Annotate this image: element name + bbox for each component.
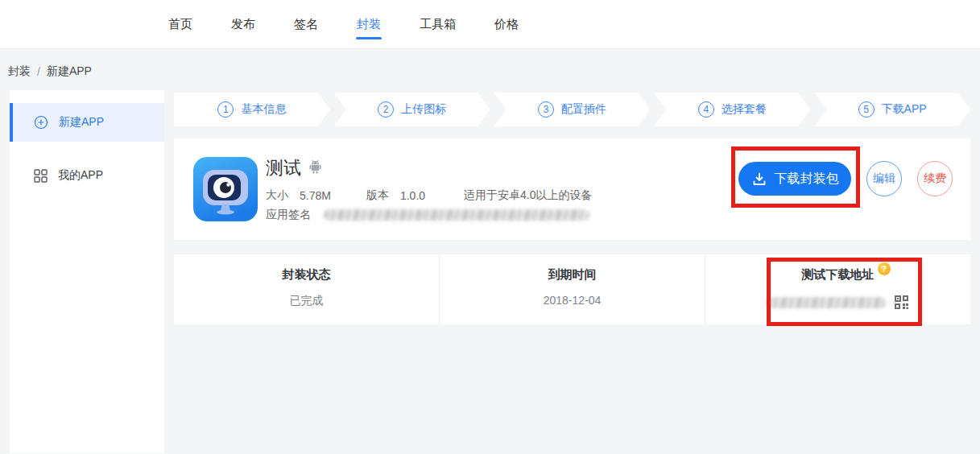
app-icon xyxy=(193,157,258,221)
step-label: 下载APP xyxy=(882,102,927,117)
signature-redacted-value xyxy=(324,209,589,221)
step-number-badge: 3 xyxy=(538,101,554,118)
expiry-date-column: 到期时间 2018-12-04 xyxy=(440,254,705,324)
step-select-plan[interactable]: 4 选择套餐 xyxy=(654,93,810,126)
android-icon xyxy=(308,159,322,177)
version-value: 1.0.0 xyxy=(400,189,425,202)
download-url-row xyxy=(767,294,910,311)
compatibility-text: 适用于安卓4.0以上的设备 xyxy=(464,188,592,203)
download-icon xyxy=(751,171,767,187)
expiry-date-label: 到期时间 xyxy=(548,267,597,283)
step-download-app[interactable]: 5 下载APP xyxy=(814,93,970,126)
app-title-row: 测试 xyxy=(266,156,322,180)
sidebar-item-label: 新建APP xyxy=(59,115,104,130)
step-number-badge: 2 xyxy=(378,101,394,118)
grid-icon xyxy=(34,169,48,183)
package-status-value: 已完成 xyxy=(290,294,324,308)
step-label: 基本信息 xyxy=(241,102,286,117)
step-number-badge: 4 xyxy=(698,101,714,118)
download-button-label: 下载封装包 xyxy=(775,171,839,188)
sidebar-item-my-app[interactable]: 我的APP xyxy=(10,156,164,195)
app-signature-row: 应用签名 xyxy=(266,208,589,222)
main-nav: 首页 发布 签名 封装 工具箱 价格 xyxy=(0,0,980,48)
sidebar-item-label: 我的APP xyxy=(58,168,103,183)
signature-label: 应用签名 xyxy=(266,208,311,222)
step-configure-plugins[interactable]: 3 配置插件 xyxy=(494,93,651,126)
sidebar: 新建APP 我的APP xyxy=(10,90,164,453)
nav-item-price[interactable]: 价格 xyxy=(494,0,519,48)
expiry-date-value: 2018-12-04 xyxy=(544,294,602,307)
nav-item-publish[interactable]: 发布 xyxy=(231,0,255,48)
app-meta-row: 大小 5.78M 版本 1.0.0 适用于安卓4.0以上的设备 xyxy=(266,188,593,203)
nav-item-signature[interactable]: 签名 xyxy=(294,0,318,48)
breadcrumb-section[interactable]: 封装 xyxy=(8,64,31,79)
breadcrumb: 封装 / 新建APP xyxy=(8,64,92,79)
download-url-redacted[interactable] xyxy=(767,297,886,308)
package-info-card: 封装状态 已完成 到期时间 2018-12-04 测试下载地址 ? xyxy=(174,254,970,324)
step-wizard: 1 基本信息 2 上传图标 3 配置插件 4 选择套餐 5 下载APP xyxy=(174,93,970,126)
package-status-column: 封装状态 已完成 xyxy=(174,254,440,324)
nav-item-package[interactable]: 封装 xyxy=(357,0,381,48)
step-number-badge: 5 xyxy=(858,101,875,118)
help-icon[interactable]: ? xyxy=(878,262,891,275)
test-download-address-column: 测试下载地址 ? xyxy=(705,254,970,324)
step-label: 上传图标 xyxy=(401,102,446,117)
step-basic-info[interactable]: 1 基本信息 xyxy=(174,93,330,126)
test-download-address-label: 测试下载地址 xyxy=(802,267,875,283)
edit-button[interactable]: 编辑 xyxy=(866,161,902,196)
step-number-badge: 1 xyxy=(217,101,234,118)
version-label: 版本 xyxy=(366,188,389,203)
breadcrumb-page: 新建APP xyxy=(47,64,92,79)
step-label: 配置插件 xyxy=(561,102,606,117)
app-actions: 下载封装包 编辑 续费 xyxy=(738,161,953,196)
size-value: 5.78M xyxy=(300,189,331,202)
top-header: 首页 发布 签名 封装 工具箱 价格 xyxy=(0,0,980,49)
download-package-button[interactable]: 下载封装包 xyxy=(738,162,851,196)
qr-code-icon[interactable] xyxy=(893,294,910,311)
nav-item-home[interactable]: 首页 xyxy=(168,0,192,48)
renew-button[interactable]: 续费 xyxy=(917,161,953,196)
plus-circle-icon xyxy=(34,115,48,130)
breadcrumb-separator: / xyxy=(37,65,40,78)
sidebar-item-new-app[interactable]: 新建APP xyxy=(10,103,164,142)
nav-item-toolbox[interactable]: 工具箱 xyxy=(420,0,456,48)
step-label: 选择套餐 xyxy=(722,102,767,117)
size-label: 大小 xyxy=(266,188,288,203)
package-status-label: 封装状态 xyxy=(283,267,331,283)
test-download-address-label-row: 测试下载地址 ? xyxy=(802,267,875,283)
app-card: 测试 大小 5.78M 版本 1.0.0 适用于安卓4.0以上的设备 应用签名 xyxy=(174,138,970,240)
app-title: 测试 xyxy=(266,156,301,180)
step-upload-icon[interactable]: 2 上传图标 xyxy=(334,93,490,126)
